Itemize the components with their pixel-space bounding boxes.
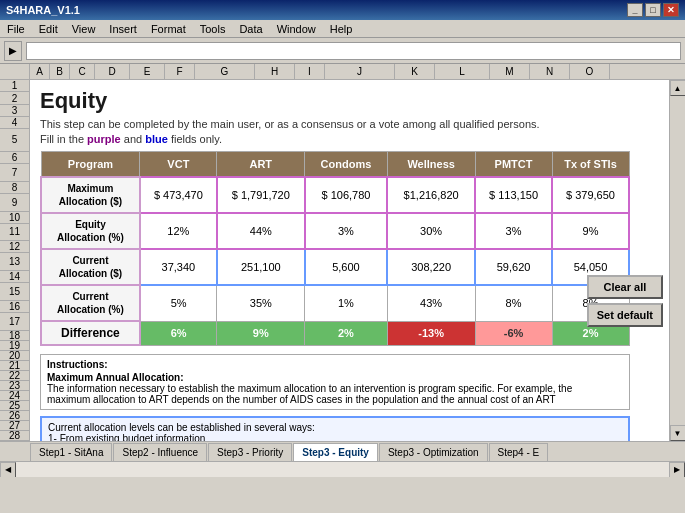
row-2[interactable]: 2 [0, 92, 29, 105]
tab-step3-priority[interactable]: Step3 - Priority [208, 443, 292, 461]
col-a[interactable]: A [30, 64, 50, 79]
tab-step4[interactable]: Step4 - E [489, 443, 549, 461]
h-scroll-track [16, 462, 669, 478]
cell-wellness-current-dollar[interactable]: 308,220 [387, 249, 475, 285]
row-28[interactable]: 28 [0, 431, 29, 441]
row-numbers: 1 2 3 4 5 6 7 8 9 10 11 12 13 14 15 16 1… [0, 80, 30, 441]
row-equity-allocation: EquityAllocation (%) 12% 44% 3% 30% 3% 9… [41, 213, 629, 249]
subtitle-fill-text: Fill in the [40, 133, 87, 145]
menu-help[interactable]: Help [327, 22, 356, 36]
col-h[interactable]: H [255, 64, 295, 79]
menu-view[interactable]: View [69, 22, 99, 36]
col-f[interactable]: F [165, 64, 195, 79]
minimize-button[interactable]: _ [627, 3, 643, 17]
header-wellness: Wellness [387, 152, 475, 178]
col-g[interactable]: G [195, 64, 255, 79]
cell-tx-max[interactable]: $ 379,650 [552, 177, 629, 213]
row-15[interactable]: 15 [0, 283, 29, 301]
row-4[interactable]: 4 [0, 117, 29, 129]
cell-wellness-max[interactable]: $1,216,820 [387, 177, 475, 213]
cell-vct-current-dollar[interactable]: 37,340 [140, 249, 217, 285]
cell-condoms-equity[interactable]: 3% [305, 213, 387, 249]
tab-bar: Step1 - SitAna Step2 - Influence Step3 -… [0, 441, 685, 461]
cell-vct-max[interactable]: $ 473,470 [140, 177, 217, 213]
col-k[interactable]: K [395, 64, 435, 79]
cell-condoms-current-dollar[interactable]: 5,600 [305, 249, 387, 285]
row-17[interactable]: 17 [0, 313, 29, 331]
col-j[interactable]: J [325, 64, 395, 79]
row-13[interactable]: 13 [0, 253, 29, 271]
vertical-scrollbar[interactable]: ▲ ▼ [669, 80, 685, 441]
clear-all-button[interactable]: Clear all [587, 275, 663, 299]
col-d[interactable]: D [95, 64, 130, 79]
subtitle-end: fields only. [171, 133, 222, 145]
row-11[interactable]: 11 [0, 224, 29, 242]
purple-label: purple [87, 133, 121, 145]
cell-wellness-equity[interactable]: 30% [387, 213, 475, 249]
menu-tools[interactable]: Tools [197, 22, 229, 36]
menu-file[interactable]: File [4, 22, 28, 36]
row-1[interactable]: 1 [0, 80, 29, 92]
header-tx-stis: Tx of STIs [552, 152, 629, 178]
close-button[interactable]: ✕ [663, 3, 679, 17]
cell-art-equity[interactable]: 44% [217, 213, 305, 249]
menu-format[interactable]: Format [148, 22, 189, 36]
horizontal-scrollbar[interactable]: ◀ ▶ [0, 461, 685, 477]
cell-art-diff: 9% [217, 321, 305, 345]
row-3[interactable]: 3 [0, 105, 29, 117]
scroll-down-arrow[interactable]: ▼ [670, 425, 686, 441]
set-default-button[interactable]: Set default [587, 303, 663, 327]
row-current-allocation-pct: CurrentAllocation (%) 5% 35% 1% 43% 8% 8… [41, 285, 629, 321]
tab-step3-equity[interactable]: Step3 - Equity [293, 443, 378, 461]
formula-bar[interactable] [26, 42, 681, 60]
scroll-left-arrow[interactable]: ◀ [0, 462, 16, 478]
row-5[interactable]: 5 [0, 129, 29, 152]
col-m[interactable]: M [490, 64, 530, 79]
cell-vct-diff: 6% [140, 321, 217, 345]
cell-art-current-dollar[interactable]: 251,100 [217, 249, 305, 285]
cell-pmtct-max[interactable]: $ 113,150 [475, 177, 552, 213]
row-14[interactable]: 14 [0, 271, 29, 283]
main-workspace: A B C D E F G H I J K L M N O 1 2 3 4 5 [0, 64, 685, 477]
scroll-up-arrow[interactable]: ▲ [670, 80, 686, 96]
cell-vct-equity[interactable]: 12% [140, 213, 217, 249]
header-condoms: Condoms [305, 152, 387, 178]
label-current-alloc-dollar: CurrentAllocation ($) [41, 249, 140, 285]
toolbar-btn-1[interactable]: ▶ [4, 41, 22, 61]
row-7[interactable]: 7 [0, 164, 29, 182]
menu-insert[interactable]: Insert [106, 22, 140, 36]
header-program: Program [41, 152, 140, 178]
menu-window[interactable]: Window [274, 22, 319, 36]
col-b[interactable]: B [50, 64, 70, 79]
col-n[interactable]: N [530, 64, 570, 79]
scroll-track [670, 96, 686, 425]
label-max-alloc: MaximumAllocation ($) [41, 177, 140, 213]
cell-art-max[interactable]: $ 1,791,720 [217, 177, 305, 213]
row-10[interactable]: 10 [0, 212, 29, 224]
cell-tx-equity[interactable]: 9% [552, 213, 629, 249]
tab-step3-optimization[interactable]: Step3 - Optimization [379, 443, 488, 461]
header-pmtct: PMTCT [475, 152, 552, 178]
menu-edit[interactable]: Edit [36, 22, 61, 36]
cell-pmtct-equity[interactable]: 3% [475, 213, 552, 249]
row-current-allocation-dollar: CurrentAllocation ($) 37,340 251,100 5,6… [41, 249, 629, 285]
maximize-button[interactable]: □ [645, 3, 661, 17]
col-o[interactable]: O [570, 64, 610, 79]
row-6[interactable]: 6 [0, 152, 29, 164]
tab-step1[interactable]: Step1 - SitAna [30, 443, 112, 461]
scroll-right-arrow[interactable]: ▶ [669, 462, 685, 478]
col-e[interactable]: E [130, 64, 165, 79]
col-l[interactable]: L [435, 64, 490, 79]
menu-data[interactable]: Data [236, 22, 265, 36]
col-i[interactable]: I [295, 64, 325, 79]
cell-vct-current-pct: 5% [140, 285, 217, 321]
tab-step2[interactable]: Step2 - Influence [113, 443, 207, 461]
cell-pmtct-current-dollar[interactable]: 59,620 [475, 249, 552, 285]
col-c[interactable]: C [70, 64, 95, 79]
row-16[interactable]: 16 [0, 301, 29, 313]
row-8[interactable]: 8 [0, 182, 29, 194]
cell-condoms-max[interactable]: $ 106,780 [305, 177, 387, 213]
row-12[interactable]: 12 [0, 241, 29, 253]
current-alloc-box: Current allocation levels can be establi… [40, 416, 630, 441]
row-9[interactable]: 9 [0, 194, 29, 212]
